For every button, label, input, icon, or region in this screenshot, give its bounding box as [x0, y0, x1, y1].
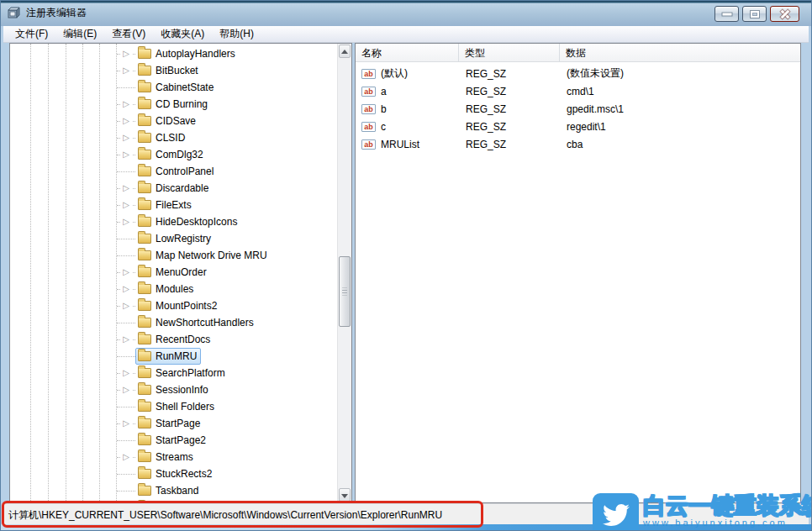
value-row-MRUList[interactable]: abMRUListREG_SZcba [356, 135, 800, 153]
folder-icon [138, 301, 151, 311]
folder-icon [138, 116, 151, 126]
expand-arrow-icon[interactable]: ▷ [120, 180, 132, 197]
string-value-icon: ab [361, 69, 376, 79]
title-bar[interactable]: 注册表编辑器 [1, 1, 811, 26]
value-row-c[interactable]: abcREG_SZregedit\1 [356, 118, 800, 135]
value-name: a [381, 86, 387, 97]
tree-item-startpage2[interactable]: StartPage2 [135, 432, 210, 449]
tree-item-label: Modules [156, 283, 193, 295]
value-data: (数值未设置) [560, 66, 800, 81]
tree-item-mountpoints2[interactable]: MountPoints2 [135, 297, 221, 314]
tree-row: ▷RecentDocs [10, 331, 351, 348]
tree-row: Map Network Drive MRU [10, 247, 351, 264]
folder-icon [138, 318, 151, 328]
tree-item-hidedesktopicons[interactable]: HideDesktopIcons [135, 213, 241, 230]
tree-item-discardable[interactable]: Discardable [135, 180, 213, 197]
tree-vertical-scrollbar[interactable] [337, 44, 351, 502]
minimize-button[interactable] [714, 6, 739, 22]
column-header-data[interactable]: 数据 [560, 44, 800, 61]
expand-arrow-icon[interactable]: ▷ [120, 129, 132, 146]
tree-item-label: RunMRU [156, 350, 197, 362]
tree-item-fileexts[interactable]: FileExts [135, 197, 196, 213]
tree-item-cabinetstate[interactable]: CabinetState [135, 79, 218, 96]
expand-arrow-icon[interactable]: ▷ [120, 45, 132, 62]
value-data: cmd\1 [560, 86, 800, 97]
tree-item-map-network-drive-mru[interactable]: Map Network Drive MRU [135, 247, 272, 264]
tree-item-controlpanel[interactable]: ControlPanel [135, 163, 218, 180]
tree-item-clsid[interactable]: CLSID [135, 129, 189, 146]
tree-item-menuorder[interactable]: MenuOrder [135, 264, 211, 281]
tree-item-sessioninfo[interactable]: SessionInfo [135, 381, 213, 398]
tree-row: ▷HideDesktopIcons [10, 213, 351, 230]
watermark: 白云一键重装系统 www.baiyunxitong.com [593, 493, 812, 531]
string-value-icon: ab [361, 139, 376, 150]
menu-item[interactable]: 帮助(H) [212, 25, 261, 43]
tree-row: CabinetState [10, 79, 351, 96]
tree-item-label: BitBucket [156, 65, 198, 76]
expand-arrow-icon[interactable]: ▷ [120, 62, 132, 79]
value-data: gpedit.msc\1 [560, 103, 800, 115]
column-header-name[interactable]: 名称 [356, 44, 459, 61]
scroll-down-button[interactable] [339, 488, 351, 502]
tree-item-cd-burning[interactable]: CD Burning [135, 96, 212, 113]
tree-item-label: Map Network Drive MRU [156, 250, 267, 261]
tree-item-cidsave[interactable]: CIDSave [135, 113, 200, 129]
scroll-thumb[interactable] [339, 256, 351, 327]
tree-item-autoplayhandlers[interactable]: AutoplayHandlers [135, 45, 240, 62]
tree-connector [117, 171, 137, 172]
tree-item-modules[interactable]: Modules [135, 281, 198, 297]
value-row-默认[interactable]: ab(默认)REG_SZ(数值未设置) [356, 65, 800, 82]
expand-arrow-icon[interactable]: ▷ [120, 281, 132, 297]
folder-icon [138, 469, 151, 479]
expand-arrow-icon[interactable]: ▷ [120, 197, 132, 213]
expand-arrow-icon[interactable]: ▷ [120, 365, 132, 381]
tree-row: ▷MenuOrder [10, 264, 351, 281]
watermark-title: 白云一键重装系统 [643, 493, 812, 518]
folder-icon [138, 334, 151, 344]
scroll-up-button[interactable] [339, 45, 351, 58]
tree-connector [117, 239, 137, 239]
tree-item-searchplatform[interactable]: SearchPlatform [135, 365, 229, 381]
tree-item-streams[interactable]: Streams [135, 449, 198, 465]
expand-arrow-icon[interactable]: ▷ [120, 213, 132, 230]
tree-item-stuckrects2[interactable]: StuckRects2 [135, 465, 216, 482]
value-name: b [381, 103, 387, 115]
close-button[interactable] [770, 6, 799, 22]
tree-item-startpage[interactable]: StartPage [135, 415, 204, 432]
tree-item-newshortcuthandlers[interactable]: NewShortcutHandlers [135, 314, 258, 331]
value-row-b[interactable]: abbREG_SZgpedit.msc\1 [356, 100, 800, 118]
tree-item-label: CabinetState [156, 81, 214, 93]
expand-arrow-icon[interactable]: ▷ [120, 415, 132, 432]
maximize-button[interactable] [742, 6, 767, 22]
menu-item[interactable]: 收藏夹(A) [153, 25, 212, 43]
expand-arrow-icon[interactable]: ▷ [120, 331, 132, 348]
expand-arrow-icon[interactable]: ▷ [120, 264, 132, 281]
tree-item-label: StartPage2 [156, 434, 206, 446]
watermark-text: 白云一键重装系统 www.baiyunxitong.com [643, 493, 812, 531]
expand-arrow-icon[interactable]: ▷ [120, 113, 132, 129]
tree-item-label: CLSID [156, 132, 185, 144]
expand-arrow-icon[interactable]: ▷ [120, 449, 132, 465]
column-header-type[interactable]: 类型 [459, 44, 560, 61]
tree-item-recentdocs[interactable]: RecentDocs [135, 331, 214, 348]
tree-item-bitbucket[interactable]: BitBucket [135, 62, 203, 79]
tree-item-runmru[interactable]: RunMRU [135, 348, 201, 365]
tree-item-shell-folders[interactable]: Shell Folders [135, 398, 219, 415]
expand-arrow-icon[interactable]: ▷ [120, 146, 132, 163]
tree-item-comdlg32[interactable]: ComDlg32 [135, 146, 208, 163]
expand-arrow-icon[interactable]: ▷ [120, 297, 132, 314]
expand-arrow-icon[interactable]: ▷ [120, 381, 132, 398]
string-value-icon: ab [361, 87, 376, 97]
tree-item-label: MenuOrder [156, 266, 207, 278]
menu-item[interactable]: 文件(F) [8, 25, 55, 43]
menu-item[interactable]: 查看(V) [104, 25, 153, 43]
tree-item-label: StuckRects2 [156, 468, 212, 480]
tree-row: LowRegistry [10, 230, 351, 247]
value-row-a[interactable]: abaREG_SZcmd\1 [356, 82, 800, 100]
tree-item-lowregistry[interactable]: LowRegistry [135, 230, 215, 247]
tree-item-label: SearchPlatform [156, 367, 225, 379]
tree-item-taskband[interactable]: Taskband [135, 482, 203, 499]
expand-arrow-icon[interactable]: ▷ [120, 96, 132, 113]
registry-editor-icon [8, 7, 21, 20]
menu-item[interactable]: 编辑(E) [55, 25, 104, 43]
